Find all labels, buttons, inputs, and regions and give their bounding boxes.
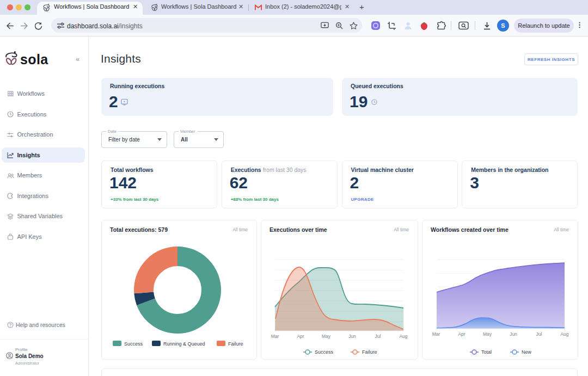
svg-text:Apr: Apr bbox=[458, 331, 465, 337]
svg-text:Success: Success bbox=[315, 349, 334, 355]
svg-text:Running & Queued: Running & Queued bbox=[163, 341, 205, 347]
svg-text:Jul: Jul bbox=[536, 331, 542, 337]
svg-text:New: New bbox=[522, 349, 532, 355]
svg-text:Aug: Aug bbox=[560, 331, 568, 337]
svg-text:Total: Total bbox=[481, 349, 492, 355]
svg-text:Apr: Apr bbox=[297, 334, 304, 339]
svg-text:Failure: Failure bbox=[362, 349, 377, 355]
svg-text:Success: Success bbox=[124, 341, 143, 347]
svg-text:May: May bbox=[322, 334, 331, 339]
svg-text:Failure: Failure bbox=[228, 341, 243, 347]
svg-text:Jun: Jun bbox=[510, 331, 517, 337]
svg-text:Jun: Jun bbox=[348, 334, 356, 339]
svg-text:Mar: Mar bbox=[271, 334, 279, 339]
svg-text:May: May bbox=[483, 331, 492, 337]
svg-text:Mar: Mar bbox=[432, 331, 440, 337]
svg-text:Aug: Aug bbox=[399, 334, 407, 339]
svg-text:Jul: Jul bbox=[375, 334, 381, 339]
